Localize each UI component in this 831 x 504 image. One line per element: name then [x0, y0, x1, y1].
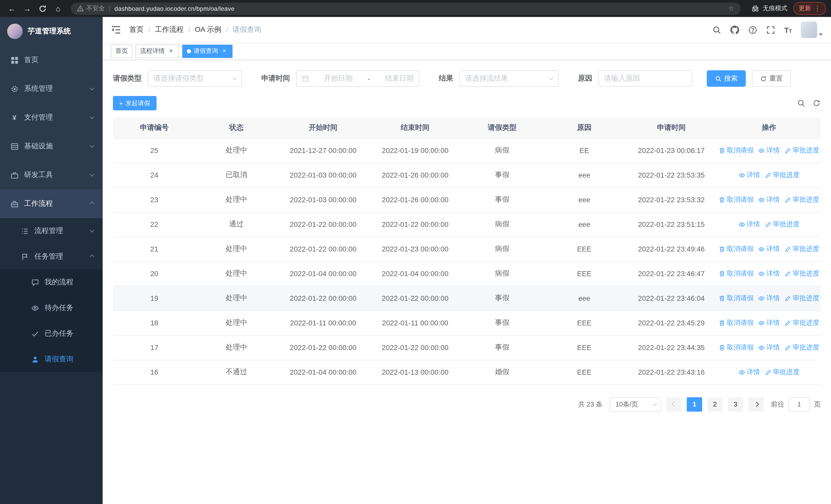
reason-input[interactable]: 请输入原因 [599, 70, 692, 87]
progress-link[interactable]: 审批进度 [784, 244, 820, 254]
cancel-leave-link[interactable]: 取消请假 [719, 195, 754, 204]
delete-icon [719, 320, 725, 326]
sidebar-item-done-tasks[interactable]: 已办任务 [0, 321, 103, 347]
create-leave-button[interactable]: + 发起请假 [113, 96, 156, 110]
app-logo[interactable]: 芋道管理系统 [0, 17, 103, 46]
browser-menu-icon[interactable]: ⋮ [814, 5, 821, 12]
detail-link[interactable]: 详情 [758, 146, 780, 155]
detail-link[interactable]: 详情 [739, 220, 760, 229]
page-button-2[interactable]: 2 [707, 397, 723, 411]
tab-home[interactable]: 首页 [111, 45, 133, 58]
cancel-leave-link[interactable]: 取消请假 [719, 343, 754, 352]
search-button[interactable]: 搜索 [707, 70, 746, 87]
progress-link[interactable]: 审批进度 [784, 318, 820, 327]
sidebar-item-devtools[interactable]: 研发工具 [0, 161, 103, 189]
cancel-leave-link[interactable]: 取消请假 [719, 294, 754, 303]
refresh-icon [760, 75, 767, 82]
cancel-leave-link[interactable]: 取消请假 [719, 146, 754, 155]
next-page-button[interactable] [748, 397, 764, 411]
detail-link[interactable]: 详情 [758, 294, 780, 303]
reload-icon[interactable] [36, 2, 49, 15]
toggle-search-icon[interactable] [797, 99, 805, 107]
cancel-leave-link[interactable]: 取消请假 [719, 269, 754, 278]
reset-button[interactable]: 重置 [752, 70, 791, 87]
sidebar-item-system[interactable]: 系统管理 [0, 75, 103, 103]
sidebar-toggle-icon[interactable] [111, 25, 121, 35]
prev-page-button[interactable] [666, 397, 682, 411]
security-warning[interactable]: 不安全 [77, 4, 105, 13]
table-row[interactable]: 24已取消2022-01-03 00:00:002022-01-26 00:00… [113, 163, 821, 187]
help-icon[interactable] [748, 25, 757, 34]
table-row[interactable]: 22通过2022-01-22 00:00:002022-01-22 00:00:… [113, 212, 821, 237]
table-row[interactable]: 20处理中2022-01-04 00:00:002022-01-04 00:00… [113, 261, 821, 286]
result-select[interactable]: 请选择流结果 [459, 70, 558, 87]
sidebar-item-process-management[interactable]: 流程管理 [0, 218, 103, 244]
forward-icon[interactable]: → [21, 2, 34, 15]
table-row[interactable]: 23处理中2022-01-03 00:00:002022-01-26 00:00… [113, 187, 821, 212]
apply-time-range-picker[interactable]: 开始日期 - 结束日期 [296, 70, 419, 87]
sidebar-item-infrastructure[interactable]: 基础设施 [0, 132, 103, 161]
avatar[interactable] [801, 22, 817, 38]
cell-end: 2022-01-26 00:00:00 [369, 163, 461, 187]
back-icon[interactable]: ← [5, 2, 19, 15]
page-size-select[interactable]: 10条/页 [610, 397, 661, 411]
detail-link[interactable]: 详情 [739, 367, 760, 377]
cancel-leave-link[interactable]: 取消请假 [719, 318, 754, 327]
address-bar[interactable]: 不安全 dashboard.yudao.iocoder.cn/bpm/oa/le… [71, 2, 741, 14]
table-row[interactable]: 17处理中2022-01-22 00:00:002022-01-22 00:00… [113, 335, 821, 360]
cell-start: 2022-01-03 00:00:00 [277, 187, 369, 212]
leave-type-select[interactable]: 请选择请假类型 [148, 70, 242, 87]
breadcrumb-oa-example[interactable]: OA 示例 [195, 25, 222, 34]
page-button-1[interactable]: 1 [687, 397, 702, 411]
progress-link[interactable]: 审批进度 [784, 343, 820, 352]
close-icon[interactable]: × [221, 48, 228, 55]
refresh-table-icon[interactable] [812, 99, 821, 107]
progress-link[interactable]: 审批进度 [765, 367, 800, 377]
sidebar-item-home[interactable]: 首页 [0, 46, 103, 75]
table-row[interactable]: 18处理中2022-01-11 00:00:002022-01-11 00:00… [113, 310, 821, 335]
select-placeholder: 请选择流结果 [465, 74, 508, 83]
progress-link[interactable]: 审批进度 [765, 220, 800, 229]
progress-link[interactable]: 审批进度 [765, 170, 800, 180]
detail-link[interactable]: 详情 [739, 170, 760, 180]
bookmark-star-icon[interactable]: ☆ [728, 5, 735, 12]
cancel-leave-link[interactable]: 取消请假 [719, 244, 754, 254]
progress-link[interactable]: 审批进度 [784, 294, 820, 303]
table-row[interactable]: 19处理中2022-01-22 00:00:002022-01-22 00:00… [113, 286, 821, 310]
sidebar-item-leave-query[interactable]: 请假查询 [0, 347, 103, 372]
home-icon[interactable]: ⌂ [51, 2, 65, 15]
chevron-down-icon [90, 86, 94, 90]
detail-link[interactable]: 详情 [758, 269, 780, 278]
goto-page-input[interactable]: 1 [789, 397, 810, 411]
sidebar-item-todo-tasks[interactable]: 待办任务 [0, 295, 103, 321]
progress-link[interactable]: 审批进度 [784, 146, 820, 155]
table-row[interactable]: 25处理中2021-12-27 00:00:002022-01-19 00:00… [113, 138, 821, 163]
detail-link[interactable]: 详情 [758, 195, 780, 204]
browser-update-button[interactable]: 更新 ⋮ [794, 2, 826, 15]
url-text[interactable]: dashboard.yudao.iocoder.cn/bpm/oa/leave [114, 5, 235, 12]
progress-link[interactable]: 审批进度 [784, 269, 820, 278]
cell-reason: EEE [543, 335, 625, 360]
detail-link[interactable]: 详情 [758, 318, 780, 327]
user-menu[interactable] [801, 22, 823, 38]
detail-link[interactable]: 详情 [758, 343, 780, 352]
tab-leave-query[interactable]: 请假查询 × [182, 45, 232, 58]
breadcrumb-workflow[interactable]: 工作流程 [155, 25, 184, 34]
font-size-icon[interactable]: TT [784, 25, 792, 34]
sidebar-item-my-process[interactable]: 我的流程 [0, 269, 103, 295]
progress-link[interactable]: 审批进度 [784, 195, 820, 204]
sidebar-item-payment[interactable]: ¥ 支付管理 [0, 103, 103, 132]
close-icon[interactable]: × [167, 48, 174, 55]
breadcrumb-home[interactable]: 首页 [130, 25, 144, 34]
fullscreen-icon[interactable] [766, 25, 775, 34]
view-icon [758, 196, 765, 203]
detail-link[interactable]: 详情 [758, 244, 780, 254]
sidebar-item-task-management[interactable]: 任务管理 [0, 244, 103, 269]
sidebar-item-workflow[interactable]: 工作流程 [0, 189, 103, 218]
table-row[interactable]: 21处理中2022-01-22 00:00:002022-01-23 00:00… [113, 237, 821, 261]
tab-process-detail[interactable]: 流程详情 × [136, 45, 179, 58]
github-icon[interactable] [730, 25, 739, 34]
table-row[interactable]: 16不通过2022-01-04 00:00:002022-01-13 00:00… [113, 360, 821, 384]
search-icon[interactable] [712, 25, 721, 34]
page-button-3[interactable]: 3 [728, 397, 743, 411]
